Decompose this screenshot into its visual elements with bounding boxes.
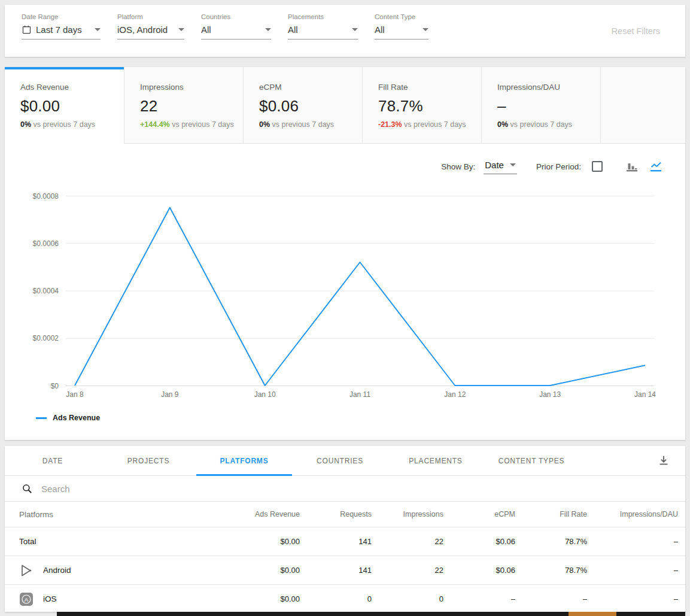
table-tab-label: COUNTRIES (317, 457, 363, 465)
x-axis-tick-label: Jan 13 (539, 390, 561, 399)
tab-placements[interactable]: PLACEMENTS (388, 446, 484, 475)
metric-delta: 0% vs previous 7 days (259, 120, 362, 129)
prior-period-checkbox[interactable] (592, 161, 603, 172)
line-chart-toggle-icon[interactable] (648, 159, 664, 174)
chart-card: Ads Revenue $0.00 0% vs previous 7 days … (5, 67, 685, 440)
row-name: iOS (43, 594, 57, 603)
tab-platforms[interactable]: PLATFORMS (196, 446, 292, 475)
metric-delta: -21.3% vs previous 7 days (378, 120, 481, 129)
chart-controls: Show By: Date Prior Period: (5, 157, 685, 176)
show-by-label: Show By: (441, 162, 475, 171)
filter-list: Date Range Last 7 days Platform iOS, And… (5, 5, 685, 40)
chevron-down-icon (510, 163, 516, 166)
filter-control[interactable]: Platform iOS, Android (117, 13, 184, 40)
x-axis-tick-label: Jan 8 (66, 390, 83, 399)
x-axis-tick-label: Jan 12 (444, 390, 466, 399)
tab-projects[interactable]: PROJECTS (101, 446, 196, 475)
filter-value: iOS, Android (117, 25, 174, 35)
app-store-icon: A (19, 592, 34, 606)
metric-delta: 0% vs previous 7 days (20, 120, 124, 129)
filter-label: Content Type (375, 13, 428, 20)
row-value: – (515, 594, 587, 603)
legend-line-swatch (36, 417, 47, 419)
reset-filters-button[interactable]: Reset Filters (612, 26, 660, 36)
filter-label: Countries (201, 13, 271, 20)
metric-tab-impressions[interactable]: Impressions 22 +144.4% vs previous 7 day… (124, 67, 243, 144)
table-tab-label: DATE (42, 457, 63, 465)
filter-control[interactable]: Countries All (201, 13, 271, 40)
metric-tab-ads-revenue[interactable]: Ads Revenue $0.00 0% vs previous 7 days (5, 67, 124, 144)
metric-delta: +144.4% vs previous 7 days (140, 120, 243, 129)
bar-chart-toggle-icon[interactable] (624, 159, 640, 174)
tab-date[interactable]: DATE (5, 446, 101, 475)
metric-row-filler (600, 67, 685, 144)
column-header: eCPM (443, 510, 515, 518)
search-icon (22, 483, 33, 494)
metric-label: eCPM (259, 83, 362, 92)
table-tabs: DATEPROJECTSPLATFORMSCOUNTRIESPLACEMENTS… (5, 446, 685, 476)
download-icon[interactable] (656, 454, 671, 468)
y-axis-tick-label: $0.0006 (33, 239, 59, 248)
column-header: Fill Rate (515, 510, 587, 518)
calendar-icon (22, 25, 32, 35)
search-input[interactable] (41, 484, 685, 494)
x-axis-tick-label: Jan 14 (634, 390, 656, 399)
metric-value: – (497, 97, 600, 116)
row-value: 78.7% (515, 566, 587, 575)
metric-label: Fill Rate (378, 83, 481, 92)
filter-bar: Date Range Last 7 days Platform iOS, And… (5, 5, 685, 57)
row-value: 78.7% (515, 537, 587, 546)
revenue-line-chart: $0.0008$0.0006$0.0004$0.0002$0 Jan 8Jan … (5, 196, 685, 386)
table-row[interactable]: AiOS$0.0000––– (5, 585, 685, 614)
chevron-down-icon (178, 28, 184, 31)
column-header: Impressions/DAU (587, 510, 678, 518)
table-row[interactable]: Total$0.0014122$0.0678.7%– (5, 527, 685, 556)
filter-value: All (288, 25, 348, 35)
filter-value: All (201, 25, 261, 35)
metric-tab-impressions-dau[interactable]: Impressions/DAU – 0% vs previous 7 days (481, 67, 600, 144)
metric-delta-value: 0% (259, 120, 270, 129)
legend-label: Ads Revenue (53, 414, 100, 422)
row-value: $0.00 (234, 537, 300, 546)
row-value: $0.06 (443, 566, 515, 575)
x-axis-tick-label: Jan 10 (254, 390, 276, 399)
show-by-dropdown[interactable]: Date (484, 159, 517, 174)
chart-plot-area[interactable]: Jan 8Jan 9Jan 10Jan 11Jan 12Jan 13Jan 14 (66, 196, 654, 386)
y-axis-tick-label: $0 (51, 382, 59, 390)
filter-label: Placements (288, 13, 358, 20)
table-row[interactable]: Android$0.0014122$0.0678.7%– (5, 556, 685, 585)
filter-label: Platform (117, 13, 184, 20)
table-body: PlatformsAds RevenueRequestsImpressionse… (5, 502, 685, 614)
table-tab-label: CONTENT TYPES (498, 457, 565, 465)
row-value: – (443, 594, 515, 603)
filter-label: Date Range (22, 13, 101, 20)
tab-content-types[interactable]: CONTENT TYPES (484, 446, 579, 475)
filter-control[interactable]: Placements All (288, 13, 358, 40)
table-header-row: PlatformsAds RevenueRequestsImpressionse… (5, 502, 685, 527)
filter-control[interactable]: Date Range Last 7 days (22, 13, 101, 40)
row-name: Total (19, 537, 37, 546)
chart-y-axis: $0.0008$0.0006$0.0004$0.0002$0 (10, 196, 66, 386)
metric-delta-value: -21.3% (378, 120, 402, 129)
ads-dashboard-page: Date Range Last 7 days Platform iOS, And… (0, 0, 690, 616)
y-axis-tick-label: $0.0008 (33, 192, 59, 201)
row-value: 141 (300, 566, 372, 575)
metric-delta: 0% vs previous 7 days (497, 120, 600, 129)
metric-tab-fill-rate[interactable]: Fill Rate 78.7% -21.3% vs previous 7 day… (362, 67, 481, 144)
row-name: Android (43, 566, 71, 575)
column-header: Impressions (372, 510, 443, 518)
row-value: $0.00 (234, 594, 300, 603)
row-value: 0 (372, 594, 443, 603)
filter-control[interactable]: Content Type All (375, 13, 428, 40)
chart-svg (66, 196, 654, 386)
metric-delta-value: 0% (497, 120, 508, 129)
metric-delta-compare: vs previous 7 days (34, 120, 96, 129)
chevron-down-icon (265, 28, 271, 31)
table-tab-label: PLACEMENTS (409, 457, 462, 465)
filter-value: Last 7 days (36, 25, 90, 35)
metric-tab-ecpm[interactable]: eCPM $0.06 0% vs previous 7 days (243, 67, 362, 144)
metric-delta-compare: vs previous 7 days (404, 120, 466, 129)
svg-text:A: A (25, 596, 29, 602)
tab-countries[interactable]: COUNTRIES (292, 446, 388, 475)
x-axis-tick-label: Jan 9 (161, 390, 178, 399)
